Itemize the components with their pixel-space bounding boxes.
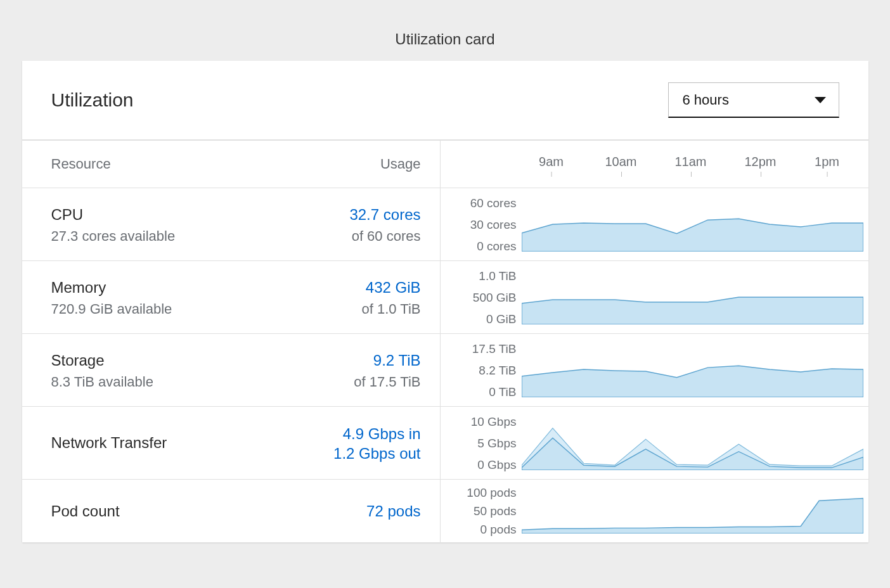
card-header: Utilization 6 hours — [22, 61, 868, 140]
pods-label: Pod count — [51, 501, 120, 521]
y-tick: 60 cores — [470, 197, 517, 209]
storage-chart: 17.5 TiB 8.2 TiB 0 TiB — [441, 334, 868, 406]
y-tick: 10 Gbps — [471, 416, 517, 428]
y-tick: 0 cores — [477, 240, 516, 252]
storage-usage-total: of 17.5 TiB — [354, 374, 420, 390]
y-tick: 8.2 TiB — [479, 364, 516, 376]
y-tick: 30 cores — [470, 219, 517, 231]
storage-usage-link[interactable]: 9.2 TiB — [354, 350, 420, 371]
y-tick: 0 pods — [480, 523, 516, 535]
cpu-usage-link[interactable]: 32.7 cores — [349, 205, 420, 225]
row-cpu: CPU 27.3 cores available 32.7 cores of 6… — [22, 188, 868, 260]
network-label: Network Transfer — [51, 433, 167, 453]
memory-available: 720.9 GiB available — [51, 301, 172, 317]
time-tick: 11am — [674, 155, 706, 169]
memory-label: Memory — [51, 278, 172, 298]
y-tick: 500 GiB — [473, 291, 517, 304]
y-tick: 0 TiB — [489, 386, 516, 398]
row-pods: Pod count 72 pods 100 pods 50 pods 0 pod… — [22, 479, 868, 542]
y-tick: 0 Gbps — [477, 459, 516, 471]
cpu-usage-total: of 60 cores — [349, 228, 420, 245]
network-in-link[interactable]: 4.9 Gbps in — [333, 424, 420, 444]
y-tick: 5 Gbps — [477, 437, 516, 449]
col-resource-header: Resource — [51, 156, 111, 172]
col-usage-header: Usage — [380, 156, 421, 172]
time-axis: 9am 10am 11am 12pm 1pm — [441, 141, 868, 188]
chevron-down-icon — [815, 97, 826, 103]
y-tick: 1.0 TiB — [479, 270, 516, 282]
memory-usage-link[interactable]: 432 GiB — [362, 278, 421, 298]
y-tick: 100 pods — [467, 487, 516, 499]
time-tick: 10am — [605, 155, 636, 169]
cpu-available: 27.3 cores available — [51, 228, 176, 245]
storage-label: Storage — [51, 350, 153, 371]
column-header-row: Resource Usage 9am 10am 11am 12pm 1pm — [22, 140, 868, 188]
time-tick: 9am — [539, 155, 564, 169]
y-tick: 50 pods — [474, 505, 517, 517]
pods-chart: 100 pods 50 pods 0 pods — [441, 480, 868, 542]
y-tick: 17.5 TiB — [472, 343, 517, 355]
cpu-label: CPU — [51, 205, 176, 225]
utilization-card: Utilization 6 hours Resource Usage 9am 1… — [22, 61, 868, 542]
cpu-chart: 60 cores 30 cores 0 cores — [441, 188, 868, 260]
time-range-select[interactable]: 6 hours — [668, 82, 839, 118]
row-memory: Memory 720.9 GiB available 432 GiB of 1.… — [22, 260, 868, 333]
time-range-value: 6 hours — [683, 92, 729, 108]
y-tick: 0 GiB — [486, 313, 517, 325]
memory-chart: 1.0 TiB 500 GiB 0 GiB — [441, 261, 868, 333]
network-out-link[interactable]: 1.2 Gbps out — [333, 445, 420, 463]
page-title: Utilization card — [0, 0, 890, 61]
time-tick: 12pm — [744, 155, 776, 169]
memory-usage-total: of 1.0 TiB — [362, 301, 421, 317]
pods-usage-link[interactable]: 72 pods — [366, 501, 420, 521]
storage-available: 8.3 TiB available — [51, 374, 153, 390]
row-network: Network Transfer 4.9 Gbps in 1.2 Gbps ou… — [22, 406, 868, 479]
card-title: Utilization — [51, 89, 134, 111]
time-tick: 1pm — [815, 155, 839, 169]
network-chart: 10 Gbps 5 Gbps 0 Gbps — [441, 407, 868, 479]
row-storage: Storage 8.3 TiB available 9.2 TiB of 17.… — [22, 333, 868, 406]
